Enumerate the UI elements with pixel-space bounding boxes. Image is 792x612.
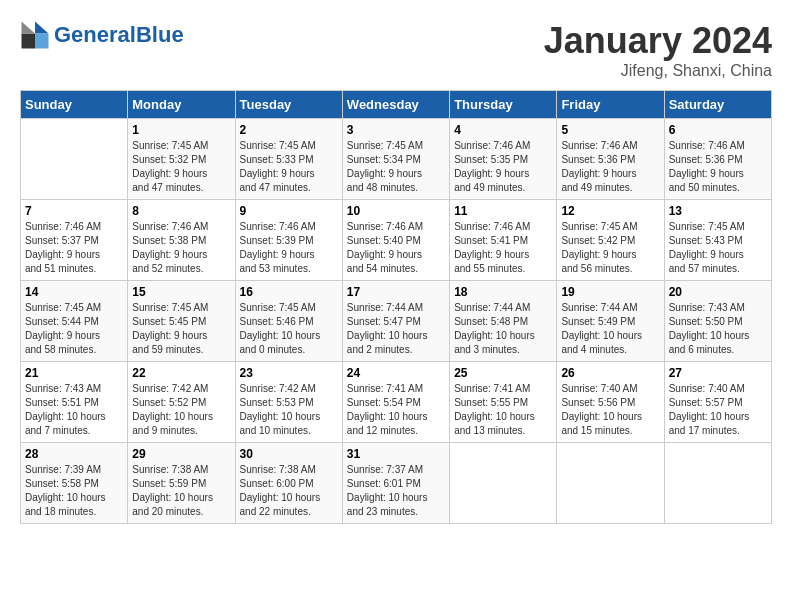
day-number: 1 xyxy=(132,123,230,137)
day-info: Sunrise: 7:44 AMSunset: 5:47 PMDaylight:… xyxy=(347,301,445,357)
day-number: 22 xyxy=(132,366,230,380)
col-wednesday: Wednesday xyxy=(342,91,449,119)
calendar-cell: 11Sunrise: 7:46 AMSunset: 5:41 PMDayligh… xyxy=(450,200,557,281)
day-info: Sunrise: 7:45 AMSunset: 5:45 PMDaylight:… xyxy=(132,301,230,357)
day-info: Sunrise: 7:46 AMSunset: 5:35 PMDaylight:… xyxy=(454,139,552,195)
calendar-cell: 10Sunrise: 7:46 AMSunset: 5:40 PMDayligh… xyxy=(342,200,449,281)
calendar-cell: 21Sunrise: 7:43 AMSunset: 5:51 PMDayligh… xyxy=(21,362,128,443)
calendar-body: 1Sunrise: 7:45 AMSunset: 5:32 PMDaylight… xyxy=(21,119,772,524)
calendar-cell: 5Sunrise: 7:46 AMSunset: 5:36 PMDaylight… xyxy=(557,119,664,200)
calendar-cell: 3Sunrise: 7:45 AMSunset: 5:34 PMDaylight… xyxy=(342,119,449,200)
calendar-cell: 30Sunrise: 7:38 AMSunset: 6:00 PMDayligh… xyxy=(235,443,342,524)
calendar-week-3: 14Sunrise: 7:45 AMSunset: 5:44 PMDayligh… xyxy=(21,281,772,362)
calendar-cell: 2Sunrise: 7:45 AMSunset: 5:33 PMDaylight… xyxy=(235,119,342,200)
calendar-table: Sunday Monday Tuesday Wednesday Thursday… xyxy=(20,90,772,524)
subtitle: Jifeng, Shanxi, China xyxy=(544,62,772,80)
calendar-cell: 27Sunrise: 7:40 AMSunset: 5:57 PMDayligh… xyxy=(664,362,771,443)
calendar-cell: 7Sunrise: 7:46 AMSunset: 5:37 PMDaylight… xyxy=(21,200,128,281)
calendar-cell: 17Sunrise: 7:44 AMSunset: 5:47 PMDayligh… xyxy=(342,281,449,362)
day-number: 25 xyxy=(454,366,552,380)
svg-marker-2 xyxy=(22,34,36,49)
day-number: 9 xyxy=(240,204,338,218)
calendar-cell xyxy=(450,443,557,524)
day-number: 29 xyxy=(132,447,230,461)
col-thursday: Thursday xyxy=(450,91,557,119)
calendar-cell: 24Sunrise: 7:41 AMSunset: 5:54 PMDayligh… xyxy=(342,362,449,443)
day-number: 11 xyxy=(454,204,552,218)
day-info: Sunrise: 7:45 AMSunset: 5:46 PMDaylight:… xyxy=(240,301,338,357)
day-number: 13 xyxy=(669,204,767,218)
calendar-cell: 29Sunrise: 7:38 AMSunset: 5:59 PMDayligh… xyxy=(128,443,235,524)
day-number: 20 xyxy=(669,285,767,299)
logo: GeneralBlue xyxy=(20,20,184,50)
calendar-cell: 18Sunrise: 7:44 AMSunset: 5:48 PMDayligh… xyxy=(450,281,557,362)
day-number: 12 xyxy=(561,204,659,218)
col-monday: Monday xyxy=(128,91,235,119)
calendar-cell: 20Sunrise: 7:43 AMSunset: 5:50 PMDayligh… xyxy=(664,281,771,362)
day-info: Sunrise: 7:39 AMSunset: 5:58 PMDaylight:… xyxy=(25,463,123,519)
logo-general: General xyxy=(54,22,136,47)
day-number: 24 xyxy=(347,366,445,380)
day-info: Sunrise: 7:46 AMSunset: 5:38 PMDaylight:… xyxy=(132,220,230,276)
calendar-week-5: 28Sunrise: 7:39 AMSunset: 5:58 PMDayligh… xyxy=(21,443,772,524)
day-info: Sunrise: 7:41 AMSunset: 5:55 PMDaylight:… xyxy=(454,382,552,438)
svg-marker-0 xyxy=(35,22,49,34)
calendar-cell: 4Sunrise: 7:46 AMSunset: 5:35 PMDaylight… xyxy=(450,119,557,200)
day-info: Sunrise: 7:46 AMSunset: 5:37 PMDaylight:… xyxy=(25,220,123,276)
calendar-cell: 26Sunrise: 7:40 AMSunset: 5:56 PMDayligh… xyxy=(557,362,664,443)
day-info: Sunrise: 7:42 AMSunset: 5:53 PMDaylight:… xyxy=(240,382,338,438)
day-number: 7 xyxy=(25,204,123,218)
day-number: 10 xyxy=(347,204,445,218)
calendar-cell: 9Sunrise: 7:46 AMSunset: 5:39 PMDaylight… xyxy=(235,200,342,281)
day-number: 17 xyxy=(347,285,445,299)
day-number: 28 xyxy=(25,447,123,461)
col-friday: Friday xyxy=(557,91,664,119)
day-number: 6 xyxy=(669,123,767,137)
page-header: GeneralBlue January 2024 Jifeng, Shanxi,… xyxy=(20,20,772,80)
calendar-cell xyxy=(21,119,128,200)
day-number: 8 xyxy=(132,204,230,218)
day-number: 23 xyxy=(240,366,338,380)
day-number: 4 xyxy=(454,123,552,137)
day-number: 5 xyxy=(561,123,659,137)
main-title: January 2024 xyxy=(544,20,772,62)
calendar-week-4: 21Sunrise: 7:43 AMSunset: 5:51 PMDayligh… xyxy=(21,362,772,443)
day-number: 16 xyxy=(240,285,338,299)
day-number: 14 xyxy=(25,285,123,299)
logo-blue: Blue xyxy=(136,22,184,47)
calendar-week-2: 7Sunrise: 7:46 AMSunset: 5:37 PMDaylight… xyxy=(21,200,772,281)
calendar-cell: 15Sunrise: 7:45 AMSunset: 5:45 PMDayligh… xyxy=(128,281,235,362)
day-info: Sunrise: 7:45 AMSunset: 5:32 PMDaylight:… xyxy=(132,139,230,195)
col-saturday: Saturday xyxy=(664,91,771,119)
day-info: Sunrise: 7:38 AMSunset: 6:00 PMDaylight:… xyxy=(240,463,338,519)
day-info: Sunrise: 7:45 AMSunset: 5:34 PMDaylight:… xyxy=(347,139,445,195)
day-number: 31 xyxy=(347,447,445,461)
day-number: 21 xyxy=(25,366,123,380)
calendar-cell: 31Sunrise: 7:37 AMSunset: 6:01 PMDayligh… xyxy=(342,443,449,524)
day-info: Sunrise: 7:46 AMSunset: 5:36 PMDaylight:… xyxy=(669,139,767,195)
day-info: Sunrise: 7:43 AMSunset: 5:51 PMDaylight:… xyxy=(25,382,123,438)
day-info: Sunrise: 7:40 AMSunset: 5:57 PMDaylight:… xyxy=(669,382,767,438)
day-info: Sunrise: 7:43 AMSunset: 5:50 PMDaylight:… xyxy=(669,301,767,357)
day-info: Sunrise: 7:44 AMSunset: 5:48 PMDaylight:… xyxy=(454,301,552,357)
calendar-cell: 12Sunrise: 7:45 AMSunset: 5:42 PMDayligh… xyxy=(557,200,664,281)
day-number: 15 xyxy=(132,285,230,299)
day-info: Sunrise: 7:46 AMSunset: 5:39 PMDaylight:… xyxy=(240,220,338,276)
header-row: Sunday Monday Tuesday Wednesday Thursday… xyxy=(21,91,772,119)
calendar-cell: 16Sunrise: 7:45 AMSunset: 5:46 PMDayligh… xyxy=(235,281,342,362)
day-info: Sunrise: 7:45 AMSunset: 5:42 PMDaylight:… xyxy=(561,220,659,276)
calendar-header: Sunday Monday Tuesday Wednesday Thursday… xyxy=(21,91,772,119)
day-number: 18 xyxy=(454,285,552,299)
calendar-cell: 22Sunrise: 7:42 AMSunset: 5:52 PMDayligh… xyxy=(128,362,235,443)
day-info: Sunrise: 7:45 AMSunset: 5:33 PMDaylight:… xyxy=(240,139,338,195)
day-number: 30 xyxy=(240,447,338,461)
title-block: January 2024 Jifeng, Shanxi, China xyxy=(544,20,772,80)
logo-text: GeneralBlue xyxy=(54,24,184,46)
calendar-week-1: 1Sunrise: 7:45 AMSunset: 5:32 PMDaylight… xyxy=(21,119,772,200)
day-number: 19 xyxy=(561,285,659,299)
day-info: Sunrise: 7:45 AMSunset: 5:43 PMDaylight:… xyxy=(669,220,767,276)
calendar-cell: 28Sunrise: 7:39 AMSunset: 5:58 PMDayligh… xyxy=(21,443,128,524)
svg-marker-1 xyxy=(35,34,49,49)
calendar-cell xyxy=(664,443,771,524)
calendar-cell: 6Sunrise: 7:46 AMSunset: 5:36 PMDaylight… xyxy=(664,119,771,200)
